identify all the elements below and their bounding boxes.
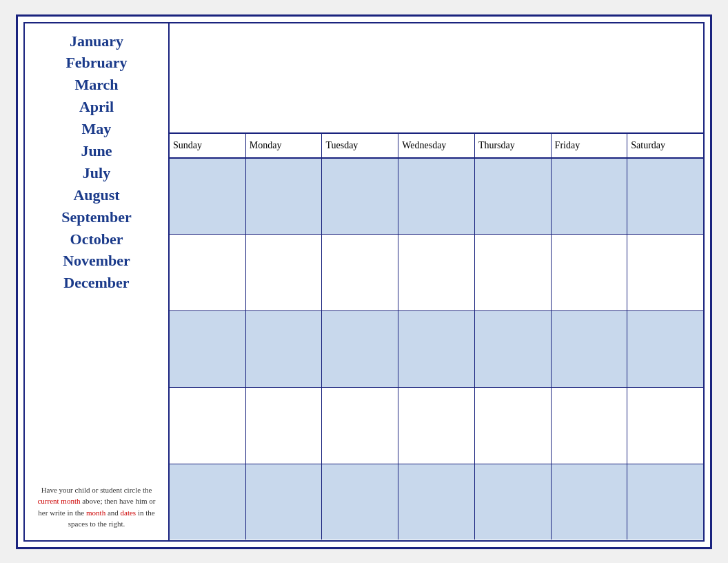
cal-cell-r1-c6[interactable]	[552, 159, 628, 235]
month-item-october: October	[28, 228, 165, 250]
cal-cell-r2-c7[interactable]	[627, 235, 703, 310]
note-highlight-month: current month	[37, 497, 80, 505]
cal-cell-r3-c6[interactable]	[552, 311, 628, 387]
cal-cell-r1-c1[interactable]	[170, 159, 246, 235]
day-headers-row: SundayMondayTuesdayWednesdayThursdayFrid…	[170, 134, 703, 159]
month-item-may: May	[28, 118, 165, 140]
cal-cell-r2-c1[interactable]	[170, 235, 246, 310]
day-header-saturday: Saturday	[627, 134, 703, 157]
cal-cell-r3-c7[interactable]	[627, 311, 703, 387]
cal-cell-r5-c6[interactable]	[552, 464, 628, 540]
cal-cell-r3-c4[interactable]	[398, 311, 475, 387]
month-item-march: March	[28, 74, 165, 96]
cal-cell-r3-c2[interactable]	[246, 311, 323, 387]
cal-cell-r3-c3[interactable]	[322, 311, 398, 387]
cal-cell-r1-c2[interactable]	[246, 159, 323, 235]
cal-cell-r2-c3[interactable]	[322, 235, 398, 310]
month-item-february: February	[28, 52, 165, 74]
cal-cell-r4-c6[interactable]	[552, 388, 628, 464]
inner-border: JanuaryFebruaryMarchAprilMayJuneJulyAugu…	[23, 22, 705, 542]
calendar-row-2	[170, 235, 703, 311]
cal-cell-r4-c3[interactable]	[322, 388, 398, 464]
cal-cell-r4-c1[interactable]	[170, 388, 246, 464]
month-item-december: December	[28, 272, 165, 294]
cal-cell-r5-c7[interactable]	[627, 464, 703, 540]
cal-cell-r5-c4[interactable]	[398, 464, 475, 540]
day-header-tuesday: Tuesday	[322, 134, 398, 157]
month-item-april: April	[28, 96, 165, 118]
cal-cell-r5-c3[interactable]	[322, 464, 398, 540]
sidebar: JanuaryFebruaryMarchAprilMayJuneJulyAugu…	[25, 23, 170, 540]
note-highlight-month2: month	[86, 508, 105, 517]
cal-cell-r1-c4[interactable]	[398, 159, 475, 235]
cal-cell-r5-c1[interactable]	[170, 464, 246, 540]
day-header-monday: Monday	[246, 134, 323, 157]
cal-cell-r3-c1[interactable]	[170, 311, 246, 387]
months-list: JanuaryFebruaryMarchAprilMayJuneJulyAugu…	[28, 30, 165, 477]
day-header-friday: Friday	[552, 134, 628, 157]
month-item-july: July	[28, 162, 165, 184]
day-header-sunday: Sunday	[170, 134, 246, 157]
calendar-row-1	[170, 159, 703, 235]
month-item-august: August	[28, 184, 165, 206]
cal-cell-r1-c3[interactable]	[322, 159, 398, 235]
cal-cell-r1-c7[interactable]	[627, 159, 703, 235]
cal-cell-r5-c5[interactable]	[475, 464, 552, 540]
cal-cell-r2-c2[interactable]	[246, 235, 323, 310]
cal-cell-r2-c6[interactable]	[552, 235, 628, 310]
month-item-january: January	[28, 30, 165, 52]
cal-cell-r5-c2[interactable]	[246, 464, 323, 540]
calendar-rows	[170, 159, 703, 540]
cal-cell-r1-c5[interactable]	[475, 159, 552, 235]
calendar-row-3	[170, 311, 703, 388]
sidebar-note: Have your child or student circle the cu…	[28, 481, 165, 533]
month-item-november: November	[28, 250, 165, 272]
cal-cell-r4-c7[interactable]	[627, 388, 703, 464]
cal-cell-r4-c5[interactable]	[475, 388, 552, 464]
outer-border: JanuaryFebruaryMarchAprilMayJuneJulyAugu…	[16, 14, 712, 549]
calendar-row-4	[170, 388, 703, 464]
calendar-area: SundayMondayTuesdayWednesdayThursdayFrid…	[170, 23, 703, 540]
calendar-row-5	[170, 464, 703, 540]
note-highlight-dates: dates	[121, 508, 136, 517]
cal-cell-r3-c5[interactable]	[475, 311, 552, 387]
cal-cell-r4-c2[interactable]	[246, 388, 323, 464]
top-blank-area	[170, 23, 703, 134]
month-item-september: September	[28, 206, 165, 228]
cal-cell-r4-c4[interactable]	[398, 388, 475, 464]
day-header-thursday: Thursday	[475, 134, 552, 157]
day-header-wednesday: Wednesday	[398, 134, 475, 157]
cal-cell-r2-c5[interactable]	[475, 235, 552, 310]
cal-cell-r2-c4[interactable]	[398, 235, 475, 310]
month-item-june: June	[28, 140, 165, 162]
